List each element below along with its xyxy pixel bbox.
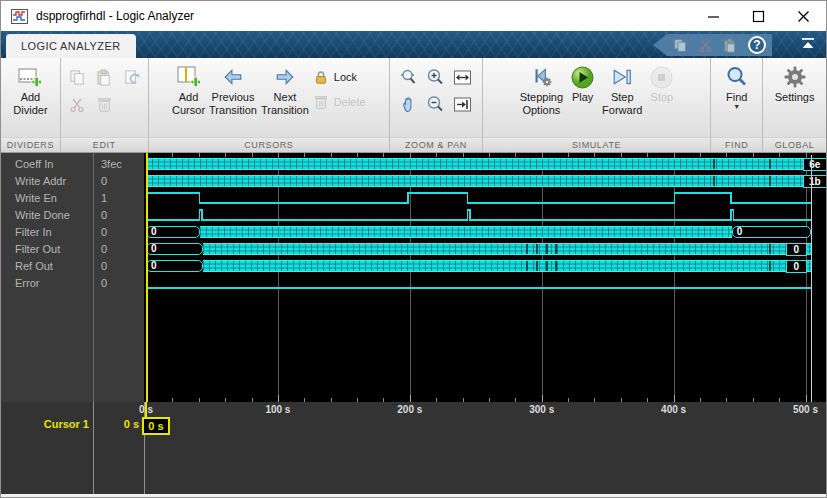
signal-value: 0 (101, 241, 107, 258)
logic-analyzer-window: dspprogfirhdl - Logic Analyzer LOGIC ANA… (0, 0, 827, 498)
bus-transition-mark (526, 244, 528, 254)
previous-transition-button[interactable]: Previous Transition (209, 58, 257, 137)
signal-row[interactable]: Coeff In3fec (1, 156, 144, 173)
ribbon-tab-bar: LOGIC ANALYZER ? (1, 31, 826, 58)
close-button[interactable] (781, 1, 826, 31)
zoom-in-x-button[interactable] (399, 68, 418, 91)
bus-activity (203, 260, 811, 272)
cut-icon[interactable] (698, 38, 713, 53)
undo-button[interactable] (123, 69, 140, 90)
add-divider-button[interactable]: Add Divider (13, 58, 47, 137)
logic-analyzer-icon (11, 9, 28, 24)
cursor-time-box[interactable]: 0 s (142, 417, 170, 435)
section-dividers: DIVIDERS (1, 137, 60, 152)
name-value-divider[interactable] (93, 153, 94, 402)
bus-activity (146, 158, 811, 170)
signal-row[interactable]: Write Addr0 (1, 173, 144, 190)
bus-transition-mark (769, 261, 771, 271)
cut-icon (69, 97, 85, 113)
add-divider-label2: Divider (13, 104, 47, 116)
top-tick (779, 153, 780, 157)
waveform-plot[interactable]: 6e1b000000 (144, 153, 827, 402)
stepping-options-label2: Options (522, 104, 560, 116)
delete-button[interactable] (96, 96, 113, 117)
lock-cursor-button[interactable]: Lock (313, 69, 366, 85)
signal-value: 1 (101, 190, 107, 207)
step-forward-label2: Forward (602, 104, 642, 116)
signal-row[interactable]: Write Done0 (1, 207, 144, 224)
collapse-ribbon-button[interactable] (800, 37, 816, 50)
digital-level (201, 219, 466, 221)
top-tick (225, 153, 226, 157)
add-cursor-button[interactable]: Add Cursor (172, 58, 205, 137)
paste-button[interactable] (96, 69, 113, 90)
cursor-line[interactable] (146, 153, 148, 402)
maximize-button[interactable] (736, 1, 781, 31)
cut-button[interactable] (69, 97, 85, 117)
signal-name: Coeff In (15, 156, 53, 173)
digital-edge (469, 209, 471, 221)
titlebar: dspprogfirhdl - Logic Analyzer (1, 1, 826, 31)
wave-write-addr: 1b (144, 175, 827, 187)
group-find: Find ▼ FIND (711, 58, 763, 152)
tab-logic-analyzer[interactable]: LOGIC ANALYZER (6, 34, 136, 58)
signal-name: Filter In (15, 224, 52, 241)
top-tick (304, 153, 305, 157)
time-tick-label: 200 s (380, 404, 440, 415)
digital-level (730, 202, 810, 204)
find-icon (726, 66, 748, 88)
digital-level (146, 219, 199, 221)
cursor-value: 0 s (93, 418, 139, 430)
signal-row[interactable]: Error0 (1, 275, 144, 292)
signal-row[interactable]: Filter In0 (1, 224, 144, 241)
settings-button[interactable]: Settings (775, 58, 815, 137)
time-tick-label: 500 s (776, 404, 827, 415)
signal-value: 0 (101, 275, 107, 292)
top-tick (621, 153, 622, 157)
lock-label: Lock (334, 71, 357, 83)
step-forward-button[interactable]: Step Forward (602, 58, 642, 137)
top-tick (331, 153, 332, 157)
fit-to-view-button[interactable] (453, 68, 472, 91)
pan-button[interactable] (399, 95, 418, 118)
zoom-in-icon (426, 68, 445, 87)
add-cursor-label: Add (179, 91, 199, 103)
settings-icon (783, 65, 807, 89)
help-button[interactable]: ? (748, 36, 766, 54)
digital-level (733, 219, 811, 221)
next-transition-button[interactable]: Next Transition (261, 58, 309, 137)
minimize-button[interactable] (691, 1, 736, 31)
paste-icon[interactable] (723, 38, 738, 53)
play-button[interactable]: Play (571, 58, 594, 137)
top-tick (252, 153, 253, 157)
bus-value-label: 0 (786, 260, 807, 273)
stepping-options-button[interactable]: Stepping Options (520, 58, 563, 137)
copy-icon (69, 69, 86, 86)
zoom-to-cursor-button[interactable] (453, 95, 472, 118)
pan-icon (399, 95, 418, 114)
find-button[interactable]: Find ▼ (726, 58, 748, 137)
signal-row[interactable]: Filter Out0 (1, 241, 144, 258)
wave-error (144, 277, 827, 289)
previous-transition-icon (220, 67, 246, 87)
zoom-in-button[interactable] (426, 68, 445, 91)
zoom-out-button[interactable] (426, 95, 445, 118)
digital-edge (467, 209, 469, 221)
wave-write-en (144, 192, 827, 204)
copy-icon[interactable] (673, 38, 688, 53)
bottom-tick (278, 395, 279, 402)
copy-button[interactable] (69, 69, 86, 90)
time-tick-label: 100 s (248, 404, 308, 415)
digital-edge (201, 209, 203, 221)
play-label: Play (572, 91, 593, 103)
wave-filter-in: 00 (144, 226, 827, 238)
delete-cursor-button[interactable]: Delete (313, 94, 366, 110)
section-find: FIND (711, 137, 762, 152)
signal-row[interactable]: Write En1 (1, 190, 144, 207)
signal-row[interactable]: Ref Out0 (1, 258, 144, 275)
bus-value-label: 1b (803, 175, 827, 188)
bus-transition-mark (536, 261, 538, 271)
stop-button[interactable]: Stop (650, 58, 673, 137)
caret-down-icon: ▼ (733, 104, 740, 110)
top-tick (463, 153, 464, 157)
